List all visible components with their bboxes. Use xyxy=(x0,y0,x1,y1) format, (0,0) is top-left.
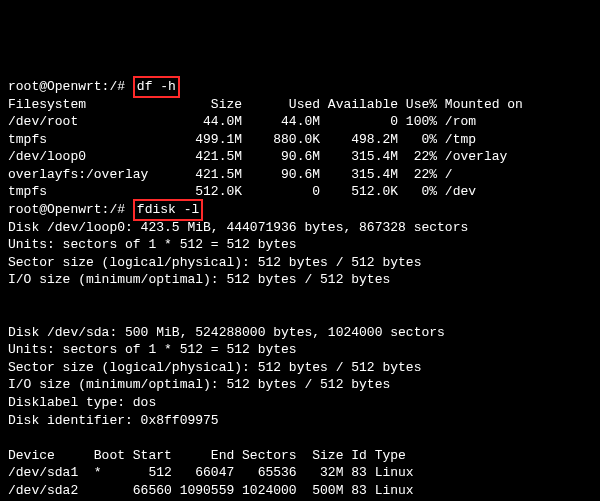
df-row: overlayfs:/overlay 421.5M 90.6M 315.4M 2… xyxy=(8,167,453,182)
command-fdisk-highlight: fdisk -l xyxy=(133,199,203,221)
fdisk-line: Disk identifier: 0x8ff09975 xyxy=(8,413,219,428)
fdisk-line: Disklabel type: dos xyxy=(8,395,156,410)
fdisk-line: Sector size (logical/physical): 512 byte… xyxy=(8,360,421,375)
fdisk-line: Disk /dev/sda: 500 MiB, 524288000 bytes,… xyxy=(8,325,445,340)
partition-row: /dev/sda1 * 512 66047 65536 32M 83 Linux xyxy=(8,465,414,480)
df-row: tmpfs 499.1M 880.0K 498.2M 0% /tmp xyxy=(8,132,476,147)
fdisk-line: I/O size (minimum/optimal): 512 bytes / … xyxy=(8,377,390,392)
fdisk-line: Units: sectors of 1 * 512 = 512 bytes xyxy=(8,342,297,357)
df-row: /dev/root 44.0M 44.0M 0 100% /rom xyxy=(8,114,476,129)
df-header: Filesystem Size Used Available Use% Moun… xyxy=(8,97,523,112)
df-row: tmpfs 512.0K 0 512.0K 0% /dev xyxy=(8,184,476,199)
shell-prompt: root@Openwrt:/# xyxy=(8,79,133,94)
fdisk-line: Sector size (logical/physical): 512 byte… xyxy=(8,255,421,270)
df-row: /dev/loop0 421.5M 90.6M 315.4M 22% /over… xyxy=(8,149,507,164)
fdisk-line: Disk /dev/loop0: 423.5 MiB, 444071936 by… xyxy=(8,220,468,235)
partition-row: /dev/sda2 66560 1090559 1024000 500M 83 … xyxy=(8,483,414,498)
fdisk-line: Units: sectors of 1 * 512 = 512 bytes xyxy=(8,237,297,252)
partition-header: Device Boot Start End Sectors Size Id Ty… xyxy=(8,448,406,463)
shell-prompt: root@Openwrt:/# xyxy=(8,202,133,217)
fdisk-line: I/O size (minimum/optimal): 512 bytes / … xyxy=(8,272,390,287)
command-df-highlight: df -h xyxy=(133,76,180,98)
